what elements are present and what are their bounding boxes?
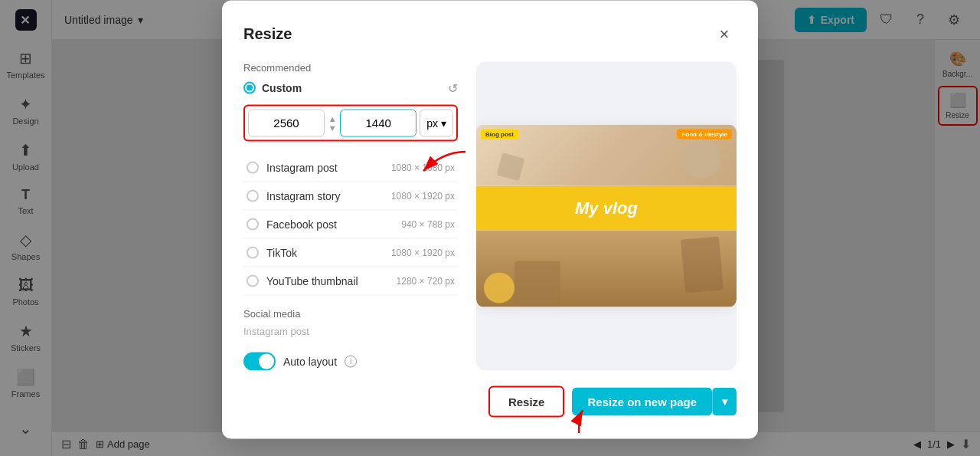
preview-area: Blog post Food & lifestyle My vlog — [476, 61, 737, 370]
modal-title: Resize — [243, 25, 292, 43]
refresh-icon[interactable]: ↺ — [448, 80, 458, 95]
preview-badge-1: Blog post — [481, 130, 518, 139]
preset-options-list: Instagram post 1080 × 1080 px Instagram … — [243, 153, 458, 295]
resize-button[interactable]: Resize — [488, 385, 565, 417]
dimension-input-row: ▲ ▼ px ▾ — [243, 104, 458, 141]
preview-yellow-bar: My vlog — [476, 186, 737, 231]
preset-instagram-story[interactable]: Instagram story 1080 × 1920 px — [243, 182, 458, 210]
social-section-label: Social media — [243, 307, 458, 319]
recommended-section-label: Recommended — [243, 61, 458, 73]
resize-new-page-button[interactable]: Resize on new page — [572, 387, 712, 415]
preset-tiktok[interactable]: TikTok 1080 × 1920 px — [243, 238, 458, 267]
preview-image-top: Blog post Food & lifestyle — [476, 125, 737, 186]
app-container: ✕ ⊞ Templates ✦ Design ⬆ Upload T Text ◇… — [0, 0, 980, 456]
preset-radio-instagram-post — [247, 161, 259, 173]
preset-name: YouTube thumbnail — [266, 274, 358, 287]
preview-badge-2: Food & lifestyle — [677, 130, 732, 139]
unit-select[interactable]: px ▾ — [420, 109, 453, 136]
height-input[interactable] — [340, 109, 416, 136]
unit-label: px — [426, 116, 438, 129]
preset-size: 940 × 788 px — [401, 218, 455, 229]
resize-options-panel: Recommended Custom ↺ ▲ ▼ — [243, 61, 458, 370]
preview-card: Blog post Food & lifestyle My vlog — [476, 125, 737, 307]
preset-name: Instagram story — [266, 189, 340, 202]
resize-modal: Resize × Recommended Custom ↺ — [222, 0, 758, 438]
preset-name: Instagram post — [266, 161, 338, 173]
custom-option-row: Custom ↺ — [243, 80, 458, 95]
resize-new-page-dropdown[interactable]: ▾ — [712, 387, 737, 415]
preview-image-bottom — [476, 231, 737, 307]
preset-radio-facebook-post — [247, 218, 259, 230]
unit-chevron-icon: ▾ — [441, 116, 446, 129]
preset-size: 1080 × 1080 px — [391, 162, 455, 172]
toggle-knob — [259, 353, 274, 369]
info-icon[interactable]: i — [345, 355, 357, 367]
custom-radio-dot — [243, 82, 256, 94]
auto-layout-row: Auto layout i — [243, 352, 458, 370]
preset-radio-tiktok — [247, 246, 259, 258]
chevron-down-icon: ▾ — [722, 395, 727, 408]
width-input[interactable] — [248, 109, 325, 136]
modal-footer: Resize Resize on new page ▾ — [243, 385, 737, 417]
auto-layout-label: Auto layout — [283, 355, 337, 367]
preset-size: 1080 × 1920 px — [391, 190, 455, 201]
preset-facebook-post[interactable]: Facebook post 940 × 788 px — [243, 210, 458, 238]
preview-title: My vlog — [575, 198, 638, 218]
resize-new-page-group: Resize on new page ▾ — [572, 387, 737, 415]
modal-close-button[interactable]: × — [712, 21, 737, 46]
preset-name: TikTok — [266, 246, 297, 258]
auto-layout-toggle[interactable] — [243, 352, 276, 370]
custom-label: Custom — [262, 82, 302, 94]
social-media-section: Social media Instagram post — [243, 307, 458, 336]
preset-youtube-thumbnail[interactable]: YouTube thumbnail 1280 × 720 px — [243, 267, 458, 295]
preset-radio-instagram-story — [247, 189, 259, 202]
dimension-separator: ▲ ▼ — [328, 113, 337, 132]
custom-radio-label[interactable]: Custom — [243, 82, 302, 94]
preset-name: Facebook post — [266, 218, 337, 230]
modal-header: Resize × — [243, 21, 737, 46]
preset-radio-youtube — [247, 274, 259, 287]
preset-size: 1280 × 720 px — [397, 275, 455, 286]
preset-instagram-post[interactable]: Instagram post 1080 × 1080 px — [243, 153, 458, 182]
modal-body: Recommended Custom ↺ ▲ ▼ — [243, 61, 737, 370]
preset-size: 1080 × 1920 px — [391, 247, 455, 258]
social-sub-label: Instagram post — [243, 325, 458, 336]
